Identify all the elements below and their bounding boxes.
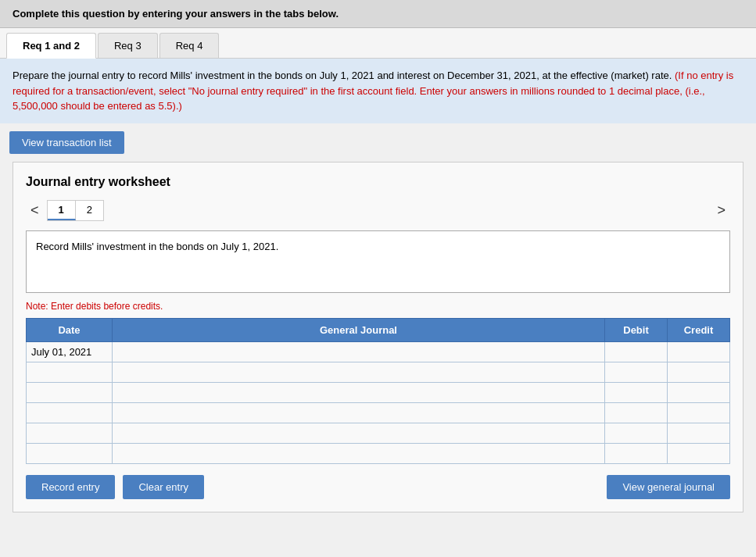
table-row [27, 402, 730, 423]
btn-row: Record entry Clear entry View general jo… [26, 475, 730, 499]
date-cell-5 [27, 423, 113, 443]
description-box: Record Mills' investment in the bonds on… [26, 230, 730, 293]
gj-input-1[interactable] [113, 342, 604, 362]
table-row [27, 382, 730, 402]
tab-req4[interactable]: Req 4 [159, 33, 220, 58]
debit-cell-1[interactable] [605, 341, 668, 362]
debit-input-1[interactable] [605, 342, 667, 362]
tab-req1and2[interactable]: Req 1 and 2 [6, 33, 96, 59]
tab-req3[interactable]: Req 3 [98, 33, 158, 58]
view-general-journal-button[interactable]: View general journal [607, 475, 730, 499]
debit-cell-2[interactable] [605, 362, 668, 382]
gj-input-3[interactable] [113, 383, 604, 402]
table-row [27, 362, 730, 382]
col-credit: Credit [668, 318, 730, 341]
col-general-journal: General Journal [113, 318, 605, 341]
gj-input-4[interactable] [113, 403, 604, 423]
gj-input-5[interactable] [113, 423, 604, 443]
tabs-bar: Req 1 and 2 Req 3 Req 4 [0, 28, 756, 59]
credit-cell-6[interactable] [668, 443, 730, 463]
col-date: Date [27, 318, 113, 341]
worksheet-container: Journal entry worksheet < 1 2 > Record M… [0, 162, 756, 522]
debit-cell-5[interactable] [605, 423, 668, 443]
gj-cell-2[interactable] [113, 362, 605, 382]
next-arrow[interactable]: > [712, 201, 730, 220]
gj-input-2[interactable] [113, 362, 604, 382]
gj-cell-4[interactable] [113, 402, 605, 423]
top-banner: Complete this question by entering your … [0, 0, 756, 28]
debit-cell-3[interactable] [605, 382, 668, 402]
debit-cell-6[interactable] [605, 443, 668, 463]
debit-input-5[interactable] [605, 423, 667, 443]
debit-input-4[interactable] [605, 403, 667, 423]
date-cell-6 [27, 443, 113, 463]
worksheet-box: Journal entry worksheet < 1 2 > Record M… [13, 162, 743, 512]
credit-input-3[interactable] [668, 383, 729, 402]
worksheet-title: Journal entry worksheet [26, 175, 730, 189]
page-tab-1[interactable]: 1 [48, 201, 76, 220]
journal-table: Date General Journal Debit Credit [26, 318, 730, 464]
page-tabs: 1 2 [47, 200, 104, 221]
gj-cell-6[interactable] [113, 443, 605, 463]
credit-cell-3[interactable] [668, 382, 730, 402]
credit-input-1[interactable] [668, 342, 729, 362]
date-cell-3 [27, 382, 113, 402]
credit-input-4[interactable] [668, 403, 729, 423]
gj-cell-1[interactable] [113, 341, 605, 362]
gj-input-6[interactable] [113, 444, 604, 463]
nav-row: < 1 2 > [26, 200, 730, 221]
col-debit: Debit [605, 318, 668, 341]
view-transaction-button[interactable]: View transaction list [9, 131, 124, 154]
clear-entry-button[interactable]: Clear entry [123, 475, 204, 499]
debit-input-6[interactable] [605, 444, 667, 463]
date-cell-2 [27, 362, 113, 382]
debit-cell-4[interactable] [605, 402, 668, 423]
table-row: July 01, 2021 [27, 341, 730, 362]
date-cell-4 [27, 402, 113, 423]
credit-input-6[interactable] [668, 444, 729, 463]
debit-input-2[interactable] [605, 362, 667, 382]
debit-input-3[interactable] [605, 383, 667, 402]
credit-input-2[interactable] [668, 362, 729, 382]
date-cell-1: July 01, 2021 [27, 341, 113, 362]
instruction-box: Prepare the journal entry to record Mill… [0, 59, 756, 123]
view-transaction-area: View transaction list [0, 123, 756, 162]
table-row [27, 423, 730, 443]
gj-cell-3[interactable] [113, 382, 605, 402]
page-tab-2[interactable]: 2 [76, 201, 103, 220]
credit-cell-2[interactable] [668, 362, 730, 382]
prev-arrow[interactable]: < [26, 201, 44, 220]
credit-input-5[interactable] [668, 423, 729, 443]
table-row [27, 443, 730, 463]
credit-cell-4[interactable] [668, 402, 730, 423]
gj-cell-5[interactable] [113, 423, 605, 443]
credit-cell-5[interactable] [668, 423, 730, 443]
note-text: Note: Enter debits before credits. [26, 301, 730, 312]
credit-cell-1[interactable] [668, 341, 730, 362]
record-entry-button[interactable]: Record entry [26, 475, 115, 499]
